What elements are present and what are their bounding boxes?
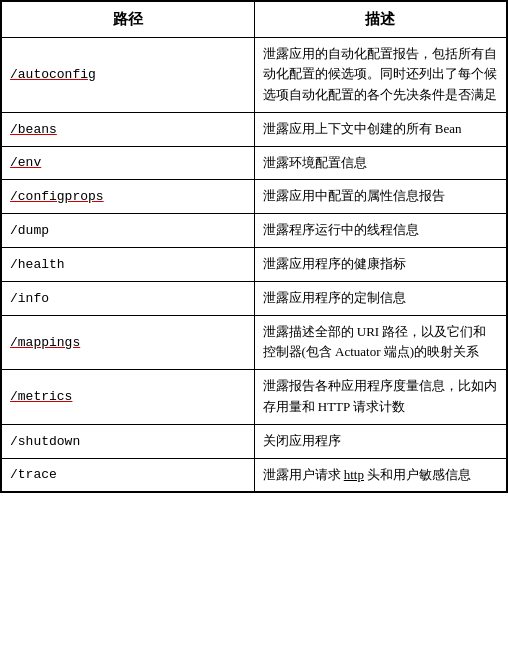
desc-cell: 泄露程序运行中的线程信息: [254, 214, 507, 248]
table-row: /env泄露环境配置信息: [2, 146, 507, 180]
path-cell: /health: [2, 248, 255, 282]
desc-cell: 关闭应用程序: [254, 424, 507, 458]
table-row: /health泄露应用程序的健康指标: [2, 248, 507, 282]
path-cell: /shutdown: [2, 424, 255, 458]
path-cell: /autoconfig: [2, 37, 255, 112]
table-row: /configprops泄露应用中配置的属性信息报告: [2, 180, 507, 214]
desc-cell: 泄露应用程序的定制信息: [254, 281, 507, 315]
table-header-row: 路径 描述: [2, 2, 507, 38]
main-table: 路径 描述 /autoconfig泄露应用的自动化配置报告，包括所有自动化配置的…: [0, 0, 508, 493]
path-cell: /beans: [2, 112, 255, 146]
desc-cell: 泄露环境配置信息: [254, 146, 507, 180]
path-cell: /env: [2, 146, 255, 180]
header-description: 描述: [254, 2, 507, 38]
table-row: /shutdown关闭应用程序: [2, 424, 507, 458]
desc-cell: 泄露应用的自动化配置报告，包括所有自动化配置的候选项。同时还列出了每个候选项自动…: [254, 37, 507, 112]
table-row: /metrics泄露报告各种应用程序度量信息，比如内存用量和 HTTP 请求计数: [2, 370, 507, 425]
desc-cell: 泄露报告各种应用程序度量信息，比如内存用量和 HTTP 请求计数: [254, 370, 507, 425]
table-row: /mappings泄露描述全部的 URI 路径，以及它们和控制器(包含 Actu…: [2, 315, 507, 370]
underlined-word: http: [344, 467, 364, 482]
path-cell: /trace: [2, 458, 255, 492]
table-row: /dump泄露程序运行中的线程信息: [2, 214, 507, 248]
table-row: /beans泄露应用上下文中创建的所有 Bean: [2, 112, 507, 146]
path-cell: /metrics: [2, 370, 255, 425]
desc-cell: 泄露应用上下文中创建的所有 Bean: [254, 112, 507, 146]
path-cell: /configprops: [2, 180, 255, 214]
table-row: /info泄露应用程序的定制信息: [2, 281, 507, 315]
path-cell: /dump: [2, 214, 255, 248]
desc-cell: 泄露应用程序的健康指标: [254, 248, 507, 282]
table-row: /autoconfig泄露应用的自动化配置报告，包括所有自动化配置的候选项。同时…: [2, 37, 507, 112]
desc-cell: 泄露描述全部的 URI 路径，以及它们和控制器(包含 Actuator 端点)的…: [254, 315, 507, 370]
desc-cell: 泄露用户请求 http 头和用户敏感信息: [254, 458, 507, 492]
desc-cell: 泄露应用中配置的属性信息报告: [254, 180, 507, 214]
path-cell: /mappings: [2, 315, 255, 370]
header-path: 路径: [2, 2, 255, 38]
path-cell: /info: [2, 281, 255, 315]
table-row: /trace泄露用户请求 http 头和用户敏感信息: [2, 458, 507, 492]
